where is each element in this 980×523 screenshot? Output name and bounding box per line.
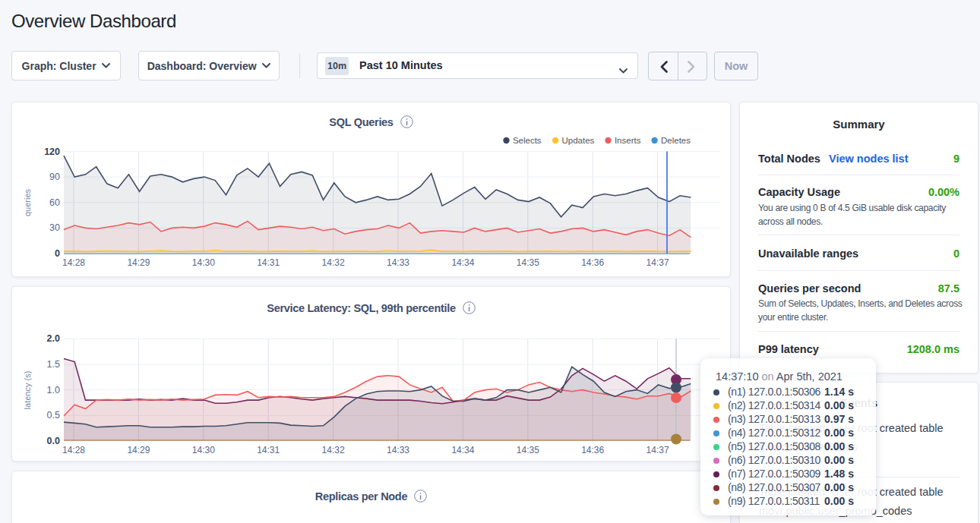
svg-text:120: 120 (44, 147, 60, 157)
svg-text:14:36: 14:36 (581, 445, 604, 455)
svg-text:14:28: 14:28 (62, 257, 85, 268)
svg-text:14:32: 14:32 (322, 257, 345, 268)
svg-text:0.5: 0.5 (47, 410, 60, 421)
svg-text:14:30: 14:30 (192, 257, 215, 268)
svg-text:14:34: 14:34 (451, 445, 474, 455)
svg-text:1.5: 1.5 (47, 359, 60, 370)
svg-text:14:29: 14:29 (127, 445, 150, 455)
svg-text:14:36: 14:36 (581, 257, 604, 268)
svg-text:14:31: 14:31 (257, 445, 280, 455)
svg-text:Selects: Selects (513, 136, 542, 145)
svg-text:14:35: 14:35 (517, 445, 539, 455)
svg-text:1.0: 1.0 (47, 385, 60, 395)
svg-text:14:34: 14:34 (451, 257, 474, 268)
svg-text:Inserts: Inserts (615, 136, 641, 145)
svg-text:14:37: 14:37 (646, 445, 669, 455)
svg-text:14:29: 14:29 (127, 257, 150, 268)
svg-text:14:31: 14:31 (257, 257, 280, 268)
svg-text:0.0: 0.0 (47, 436, 60, 446)
svg-text:queries: queries (23, 188, 32, 216)
svg-text:30: 30 (49, 222, 60, 233)
svg-text:14:35: 14:35 (517, 257, 539, 268)
svg-text:14:33: 14:33 (387, 257, 409, 268)
svg-text:14:30: 14:30 (192, 445, 215, 455)
svg-text:latency (s): latency (s) (23, 371, 32, 410)
svg-text:Updates: Updates (562, 136, 595, 145)
svg-text:14:33: 14:33 (387, 445, 409, 455)
svg-text:14:28: 14:28 (62, 445, 85, 455)
svg-text:0: 0 (55, 248, 60, 259)
svg-text:2.0: 2.0 (47, 333, 60, 344)
svg-text:90: 90 (49, 172, 60, 182)
svg-text:Deletes: Deletes (661, 136, 691, 145)
svg-text:60: 60 (49, 197, 60, 208)
svg-text:14:32: 14:32 (322, 445, 345, 455)
svg-text:14:37: 14:37 (646, 257, 669, 268)
